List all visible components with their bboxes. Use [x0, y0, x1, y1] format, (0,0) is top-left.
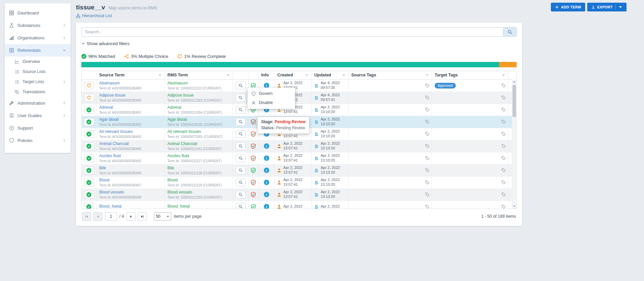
table-row[interactable]: Bile Term Id: A0V00000003B496 Bile Term … [82, 165, 513, 177]
source-term-link[interactable]: Adrenal [99, 105, 113, 110]
source-term-link[interactable]: Blood, foetal [99, 204, 122, 209]
rms-term-link[interactable]: Adrenal [167, 105, 181, 110]
tag-icon[interactable] [425, 132, 430, 136]
page-number-input[interactable] [105, 212, 117, 221]
rms-term-link[interactable]: Agar blood [167, 117, 187, 122]
table-row[interactable]: Ascites fluid Term Id: A0V00000003B495 A… [82, 152, 513, 165]
context-menu-item-disable[interactable]: Disable [248, 98, 295, 107]
sidebar-item-source-lists[interactable]: Source Lists [5, 67, 71, 77]
tag-icon[interactable] [501, 144, 506, 148]
inspect-term-button[interactable] [236, 191, 246, 199]
source-term-link[interactable]: Blood vessels [99, 190, 124, 195]
table-row[interactable]: Blood Term Id: A0V00000003B497 Blood Ter… [82, 177, 513, 189]
rms-term-link[interactable]: Abomasum [167, 81, 188, 85]
table-row[interactable]: Blood, foetal Blood, foetal [82, 201, 513, 209]
inspect-term-button[interactable] [236, 167, 246, 174]
chevron-down-icon[interactable] [158, 73, 162, 77]
inspect-term-button[interactable] [236, 118, 246, 126]
scroll-down-button[interactable] [512, 204, 516, 209]
tag-icon[interactable] [501, 156, 506, 161]
sidebar-item-organisations[interactable]: Organisations [5, 32, 71, 44]
inspect-term-button[interactable] [236, 82, 246, 90]
sidebar-item-translations[interactable]: Translations [5, 87, 71, 97]
scroll-up-button[interactable] [512, 80, 516, 84]
tag-icon[interactable] [501, 108, 506, 112]
table-scrollbar[interactable] [512, 80, 516, 209]
table-row[interactable]: Abomasum Term Id: A0V00000003B489 Abomas… [82, 80, 513, 92]
info-icon[interactable] [264, 204, 269, 209]
source-term-link[interactable]: Blood [99, 178, 110, 182]
source-term-link[interactable]: Bile [99, 166, 106, 170]
export-button[interactable]: EXPORT [587, 3, 627, 11]
governance-shield-icon[interactable] [250, 180, 256, 185]
tag-icon[interactable] [501, 180, 506, 185]
info-icon[interactable] [264, 168, 269, 173]
governance-shield-icon[interactable] [250, 131, 256, 137]
source-term-link[interactable]: Adipose tissue [99, 93, 125, 98]
info-icon[interactable] [264, 155, 269, 161]
rms-term-link[interactable]: Adipose tissue [167, 93, 194, 98]
inspect-term-button[interactable] [236, 142, 246, 150]
sidebar-item-dashboard[interactable]: Dashboard [5, 7, 71, 19]
scrollbar-thumb[interactable] [513, 85, 516, 117]
info-icon[interactable] [264, 192, 269, 197]
table-row[interactable]: Adrenal Term Id: A0V00000003B491 Adrenal… [82, 104, 513, 116]
sidebar-item-target-lists[interactable]: Target Lists [5, 77, 71, 87]
rms-term-link[interactable]: All relevant tissues [167, 129, 201, 134]
next-page-button[interactable] [126, 212, 135, 221]
column-header-target-tags[interactable]: Target Tags [432, 71, 508, 79]
rms-term-link[interactable]: Animal Charcoal [167, 141, 197, 146]
column-header-source-tags[interactable]: Source Tags [349, 71, 432, 79]
rms-term-link[interactable]: Blood vessels [167, 190, 192, 195]
source-term-link[interactable]: All relevant tissues [99, 129, 133, 134]
governance-shield-icon[interactable] [250, 155, 256, 161]
rms-term-link[interactable]: Blood [167, 178, 178, 182]
source-term-link[interactable]: Ascites fluid [99, 153, 121, 158]
tag-icon[interactable] [501, 168, 506, 173]
tag-icon[interactable] [425, 83, 430, 88]
tag-icon[interactable] [501, 120, 506, 124]
search-input[interactable] [81, 27, 503, 37]
tag-icon[interactable] [501, 205, 506, 209]
add-term-button[interactable]: ADD TERM [551, 3, 585, 11]
inspect-term-button[interactable] [236, 203, 246, 209]
sidebar-item-substances[interactable]: Substances [5, 19, 71, 32]
chevron-down-icon[interactable] [227, 73, 230, 77]
search-button[interactable] [503, 27, 517, 37]
page-size-select[interactable]: 50 [154, 212, 171, 220]
chevron-down-icon[interactable] [426, 73, 429, 77]
governance-shield-icon[interactable] [250, 168, 256, 173]
tag-icon[interactable] [425, 192, 430, 197]
column-header-rms-term[interactable]: RMS Term [165, 71, 233, 79]
chevron-down-icon[interactable] [502, 73, 505, 77]
context-menu-item-govern[interactable]: Govern [248, 89, 295, 98]
inspect-term-button[interactable] [236, 154, 246, 162]
info-icon[interactable] [264, 143, 269, 149]
inspect-term-button[interactable] [236, 179, 246, 186]
chevron-down-icon[interactable] [342, 73, 346, 77]
hierarchical-list-link[interactable]: Hierarchical List [76, 13, 112, 18]
info-icon[interactable] [264, 180, 269, 185]
source-term-link[interactable]: Agar blood [99, 117, 119, 122]
tag-icon[interactable] [425, 168, 430, 173]
table-row[interactable]: Blood vessels Term Id: A0V00000003B498 B… [82, 189, 513, 201]
inspect-term-button[interactable] [236, 94, 246, 102]
table-row[interactable]: Animal Charcoal Term Id: A0V00000003B494… [82, 140, 513, 152]
column-header-source-term[interactable]: Source Term [96, 71, 165, 79]
tag-icon[interactable] [425, 108, 430, 112]
governance-shield-icon[interactable] [250, 192, 256, 198]
governance-shield-icon[interactable] [250, 119, 256, 125]
rms-term-link[interactable]: Blood, foetal [167, 204, 190, 209]
tag-icon[interactable] [425, 156, 430, 161]
advanced-filters-toggle[interactable]: Show advanced filters [81, 41, 129, 46]
tag-icon[interactable] [425, 205, 430, 209]
rms-term-link[interactable]: Bile [167, 166, 174, 170]
inspect-term-button[interactable] [236, 130, 246, 138]
sidebar-item-policies[interactable]: Policies [5, 134, 71, 147]
table-row[interactable]: Adipose tissue Term Id: A0V00000003B490 … [82, 92, 513, 104]
sidebar-item-referentials[interactable]: Referentials [5, 44, 71, 57]
governance-shield-icon[interactable] [250, 143, 256, 149]
tag-icon[interactable] [501, 192, 506, 197]
source-term-link[interactable]: Abomasum [99, 81, 120, 85]
last-page-button[interactable] [138, 212, 147, 221]
